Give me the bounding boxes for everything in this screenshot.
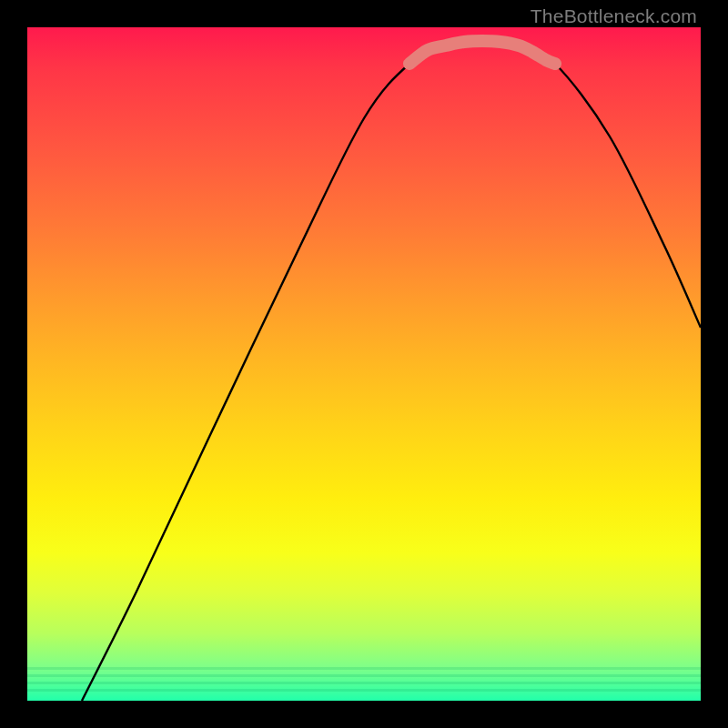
sweet-spot-highlight xyxy=(410,41,555,64)
watermark-text: TheBottleneck.com xyxy=(531,5,697,27)
chart-frame: TheBottleneck.com xyxy=(0,0,728,728)
bottleneck-curve xyxy=(82,41,701,701)
bottleneck-curve-svg xyxy=(27,27,701,701)
